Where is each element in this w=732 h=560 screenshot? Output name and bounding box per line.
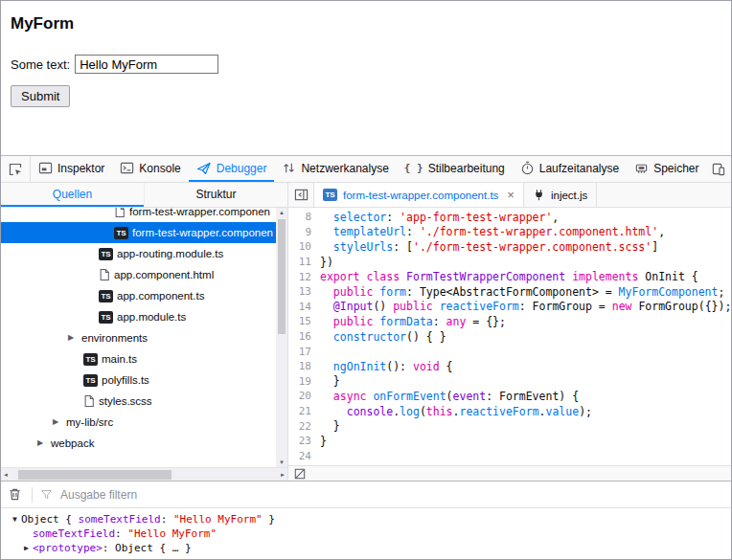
twisty-icon[interactable]: ▼ bbox=[9, 516, 21, 524]
code-token: templateUrl bbox=[333, 225, 406, 238]
line-number[interactable]: 21 bbox=[288, 405, 320, 417]
line-number[interactable]: 8 bbox=[288, 211, 320, 223]
line-number[interactable]: 14 bbox=[288, 301, 320, 313]
code-line: 13 public form: Type<AbstractFormCompone… bbox=[288, 284, 731, 300]
scroll-up-icon[interactable]: ▲ bbox=[279, 210, 285, 215]
console-row[interactable]: ▶<prototype>: Object { … } bbox=[5, 541, 731, 555]
text-field-label: Some text: bbox=[11, 57, 70, 72]
ignore-source-icon[interactable] bbox=[294, 468, 306, 480]
tree-item-environments[interactable]: ▶environments bbox=[1, 327, 287, 348]
code-token: } bbox=[320, 374, 340, 388]
source-editor: TSform-test-wrapper.component.ts×inject.… bbox=[288, 183, 731, 481]
line-number[interactable]: 17 bbox=[288, 346, 320, 358]
toolbar-tab-netzwerkanalyse[interactable]: Netzwerkanalyse bbox=[274, 156, 396, 182]
tree-item-label: styles.scss bbox=[99, 395, 152, 407]
close-icon[interactable]: × bbox=[507, 189, 515, 201]
code-token: export bbox=[320, 270, 360, 283]
line-number[interactable]: 18 bbox=[288, 360, 320, 372]
line-number[interactable]: 13 bbox=[288, 285, 320, 298]
tree-item-app-component-html[interactable]: app.component.html bbox=[1, 264, 287, 285]
editor-footer bbox=[288, 465, 731, 481]
twisty-icon[interactable]: ▶ bbox=[68, 334, 78, 342]
code-token bbox=[433, 300, 440, 313]
editor-tab-inject-js[interactable]: inject.js bbox=[524, 183, 597, 207]
console-text: <prototype>: Object { … } bbox=[33, 542, 192, 554]
code-view[interactable]: 8 selector: 'app-form-test-wrapper',9 te… bbox=[288, 208, 731, 465]
line-number[interactable]: 19 bbox=[288, 375, 320, 388]
scrollbar-thumb[interactable] bbox=[18, 470, 172, 480]
twisty-icon[interactable]: ▶ bbox=[20, 545, 33, 552]
code-token: }) bbox=[320, 256, 333, 269]
toolbar-tab-label: Inspektor bbox=[57, 162, 104, 175]
scrollbar-thumb[interactable] bbox=[278, 219, 286, 334]
sources-tab-quellen[interactable]: Quellen bbox=[1, 183, 144, 207]
toolbar-tab-laufzeitanalyse[interactable]: Laufzeitanalyse bbox=[513, 156, 627, 182]
ts-file-icon: TS bbox=[83, 374, 98, 387]
code-text: selector: 'app-form-test-wrapper', bbox=[320, 211, 559, 224]
tree-item-styles-scss[interactable]: styles.scss bbox=[1, 391, 287, 412]
code-token: , bbox=[552, 211, 559, 224]
submit-button[interactable]: Submit bbox=[11, 85, 70, 107]
code-line: 19 } bbox=[288, 374, 731, 390]
clear-console-icon[interactable] bbox=[1, 487, 28, 502]
responsive-design-icon[interactable] bbox=[707, 162, 730, 176]
line-number[interactable]: 16 bbox=[288, 330, 320, 343]
pick-element-icon[interactable] bbox=[1, 156, 31, 182]
line-number[interactable]: 11 bbox=[288, 256, 320, 268]
line-number[interactable]: 15 bbox=[288, 315, 320, 327]
tree-vertical-scrollbar[interactable]: ▲ ▼ bbox=[276, 208, 287, 467]
code-token: public bbox=[393, 300, 433, 313]
toolbar-tab-inspektor[interactable]: Inspektor bbox=[31, 156, 112, 182]
devtools: InspektorKonsoleDebuggerNetzwerkanalyse{… bbox=[1, 156, 731, 559]
file-icon bbox=[83, 394, 95, 408]
scroll-down-icon[interactable]: ▼ bbox=[279, 459, 285, 465]
console-text: someTextField: "Hello MyForm" bbox=[33, 527, 217, 540]
editor-tab-bar: TSform-test-wrapper.component.ts×inject.… bbox=[288, 183, 731, 208]
tree-item-polyfills-ts[interactable]: TSpolyfills.ts bbox=[1, 370, 287, 391]
tree-item-my-lib-src[interactable]: ▶my-lib/src bbox=[1, 412, 287, 433]
tree-item-label: webpack bbox=[51, 437, 94, 449]
twisty-icon[interactable]: ▶ bbox=[37, 439, 47, 447]
console-token: : Object { … } bbox=[103, 542, 192, 554]
some-text-input[interactable] bbox=[75, 55, 218, 74]
line-number[interactable]: 10 bbox=[288, 240, 320, 253]
tree-item-form-test-wrapper-componen[interactable]: form-test-wrapper.componen bbox=[1, 208, 287, 222]
console-row[interactable]: ▼Object { someTextField: "Hello MyForm" … bbox=[5, 512, 731, 526]
code-token bbox=[320, 300, 333, 313]
toolbar-tab-stilbearbeitung[interactable]: { }Stilbearbeitung bbox=[397, 156, 513, 182]
code-token: { bbox=[440, 360, 453, 373]
code-token: : Type<AbstractFormComponent> = bbox=[406, 285, 619, 299]
line-number[interactable]: 24 bbox=[288, 450, 320, 462]
collapse-sources-panel-icon[interactable] bbox=[288, 183, 314, 207]
code-line: 16 constructor() { } bbox=[288, 329, 731, 345]
code-token: log bbox=[400, 405, 420, 418]
scroll-right-icon[interactable]: ► bbox=[280, 472, 286, 478]
line-number[interactable]: 12 bbox=[288, 271, 320, 283]
line-number[interactable]: 22 bbox=[288, 420, 320, 433]
tree-item-label: form-test-wrapper.componen bbox=[129, 208, 270, 217]
tree-horizontal-scrollbar[interactable]: ◄ ► bbox=[1, 467, 287, 481]
toolbar-tab-debugger[interactable]: Debugger bbox=[189, 156, 275, 182]
console-filter-input[interactable] bbox=[58, 487, 350, 503]
tree-item-app-component-ts[interactable]: TSapp.component.ts bbox=[1, 285, 287, 306]
twisty-icon[interactable]: ▶ bbox=[53, 418, 62, 426]
scroll-left-icon[interactable]: ◄ bbox=[3, 472, 9, 478]
console-row[interactable]: someTextField: "Hello MyForm" bbox=[5, 526, 731, 541]
tree-item-app-routing-module-ts[interactable]: TSapp-routing.module.ts bbox=[1, 243, 287, 264]
editor-tab-form-test-wrapper-component-ts[interactable]: TSform-test-wrapper.component.ts× bbox=[314, 183, 524, 207]
console-token: <prototype> bbox=[33, 542, 103, 554]
code-line: 11}) bbox=[288, 255, 731, 270]
code-line: 18 ngOnInit(): void { bbox=[288, 359, 731, 374]
tree-item-webpack[interactable]: ▶webpack bbox=[1, 433, 287, 454]
sources-tab-struktur[interactable]: Struktur bbox=[144, 183, 287, 207]
line-number[interactable]: 20 bbox=[288, 390, 320, 402]
tree-item-main-ts[interactable]: TSmain.ts bbox=[1, 348, 287, 370]
line-number[interactable]: 9 bbox=[288, 226, 320, 238]
tree-item-form-test-wrapper-componen[interactable]: TSform-test-wrapper.componen bbox=[1, 222, 287, 243]
code-token bbox=[320, 360, 333, 373]
line-number[interactable]: 23 bbox=[288, 435, 320, 447]
toolbar-tab-konsole[interactable]: Konsole bbox=[112, 156, 188, 182]
tree-item-app-module-ts[interactable]: TSapp.module.ts bbox=[1, 306, 287, 327]
code-text: async onFormEvent(event: FormEvent) { bbox=[320, 390, 579, 403]
toolbar-tab-speicher[interactable]: Speicher bbox=[627, 156, 706, 182]
